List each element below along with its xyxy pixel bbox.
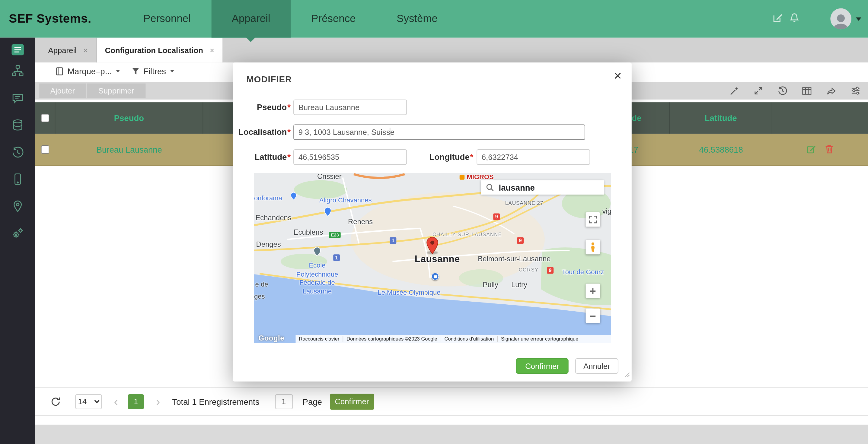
expand-icon[interactable] [754,86,763,95]
search-icon [486,184,494,192]
map-data-notice: Données cartographiques ©2023 Google [343,336,440,342]
row-pseudo-link[interactable]: Bureau Lausanne [97,145,162,154]
modifier-dialog: MODIFIER × Pseudo* Localisation* Latitud… [233,62,632,382]
google-map[interactable]: Crissier MIGROS LAUSANNE 27 Aligro Chava… [254,173,611,343]
compose-icon[interactable] [773,13,783,25]
map-label-fragment: vig [602,207,611,215]
header-pseudo[interactable]: Pseudo [55,102,203,134]
top-header: SEF Systems. Personnel Appareil Présence… [0,0,868,38]
book-icon [55,67,64,75]
total-records-text: Total 1 Enregistrements [172,397,259,406]
select-all-checkbox[interactable] [41,114,49,122]
left-sidebar [0,38,35,444]
route-badge: E23 [329,232,341,238]
map-search-value: lausanne [499,183,535,192]
tab-bar: Appareil × Configuration Localisation × [35,38,868,62]
sliders-icon[interactable] [851,86,860,95]
map-label-epfl: École Polytechnique Fédérale de Lausanne [297,261,338,296]
fullscreen-button[interactable] [586,212,600,227]
zoom-in-button[interactable]: + [586,284,600,298]
nav-label: Personnel [143,13,191,25]
nav-item-presence[interactable]: Présence [291,0,376,38]
map-label-fragment: e de [255,280,268,288]
avatar[interactable] [830,8,851,29]
route-badge: 9 [517,237,524,244]
close-icon[interactable]: × [614,69,622,82]
map-label: Denges [256,240,281,248]
route-badge: 9 [493,214,500,220]
page-confirm-button[interactable]: Confirmer [330,393,374,409]
sitemap-icon[interactable] [8,61,27,80]
history-icon[interactable] [778,86,787,95]
pegman-button[interactable] [586,240,600,255]
nav-item-personnel[interactable]: Personnel [123,0,211,38]
menu-icon[interactable] [8,40,27,59]
map-attribution: Raccourcis clavier Données cartographiqu… [296,335,611,343]
columns-icon[interactable] [802,87,812,95]
filtres-dropdown[interactable]: Filtres [132,66,175,76]
longitude-input[interactable] [476,149,590,165]
map-label: CHAILLY-SUR-LAUSANNE [433,232,502,237]
app-root: SEF Systems. Personnel Appareil Présence… [0,0,868,444]
zoom-out-button[interactable]: − [586,309,600,323]
localisation-input-wrap [293,124,585,140]
plus-icon: + [590,286,596,296]
cancel-button[interactable]: Annuler [575,358,618,374]
map-label-lausanne: Lausanne [415,254,460,265]
museum-poi-icon [431,273,439,281]
latitude-input[interactable] [293,149,407,165]
chevron-down-icon [116,70,120,74]
tab-close-icon[interactable]: × [83,45,88,54]
location-pin-icon[interactable] [8,197,27,216]
map-marker-pin[interactable] [426,237,439,255]
header-latitude[interactable]: Latitude [670,102,772,134]
tab-appareil[interactable]: Appareil × [40,38,97,62]
report-error-link[interactable]: Signaler une erreur cartographique [497,336,582,342]
page-size-select[interactable]: 14 [75,394,102,409]
chat-icon[interactable] [8,89,27,108]
map-label-fragment: onforama [254,194,282,202]
localisation-input[interactable] [293,124,585,140]
required-mark: * [470,152,473,161]
row-select-cell [35,134,56,165]
ajouter-button[interactable]: Ajouter [39,84,86,98]
resize-handle[interactable] [624,370,630,380]
tab-label: Configuration Localisation [105,45,203,54]
forward-icon[interactable] [826,87,836,95]
map-search-box[interactable]: lausanne [481,180,604,195]
pseudo-input[interactable] [293,99,407,115]
confirm-button[interactable]: Confirmer [516,358,568,374]
keyboard-shortcuts-link[interactable]: Raccourcis clavier [296,336,343,342]
route-badge: 1 [390,237,396,244]
header-actions [772,102,868,134]
route-badge: 1 [333,254,340,261]
magic-wand-icon[interactable] [730,86,739,95]
nav-item-appareil[interactable]: Appareil [211,0,291,38]
tab-close-icon[interactable]: × [210,45,214,54]
current-page-button[interactable]: 1 [128,394,144,409]
label-text: Pseudo [257,102,287,112]
map-label: Echandens [255,214,291,222]
terms-link[interactable]: Conditions d'utilisation [441,336,497,342]
database-icon[interactable] [8,116,27,134]
map-label: Aligro Chavannes [319,196,372,204]
avatar-caret-icon[interactable] [856,18,861,24]
prev-page-icon[interactable]: ‹ [114,396,118,407]
bell-icon[interactable] [789,13,800,25]
nav-item-systeme[interactable]: Système [376,0,458,38]
refresh-icon[interactable] [51,396,61,407]
map-label: LAUSANNE 27 [505,200,543,206]
map-label: Ecublens [294,228,323,236]
page-jump-input[interactable] [275,394,293,409]
delete-row-icon[interactable] [825,144,834,155]
next-page-icon[interactable]: › [156,396,160,407]
google-logo[interactable]: Google [259,334,284,342]
history-icon[interactable] [8,143,27,162]
settings-gears-icon[interactable] [8,224,27,243]
edit-row-icon[interactable] [806,144,816,155]
supprimer-button[interactable]: Supprimer [87,84,146,98]
tab-configuration-localisation[interactable]: Configuration Localisation × [97,38,223,62]
phone-icon[interactable] [8,170,27,189]
row-checkbox[interactable] [41,146,50,154]
marque-dropdown[interactable]: Marque–p... [55,66,120,76]
